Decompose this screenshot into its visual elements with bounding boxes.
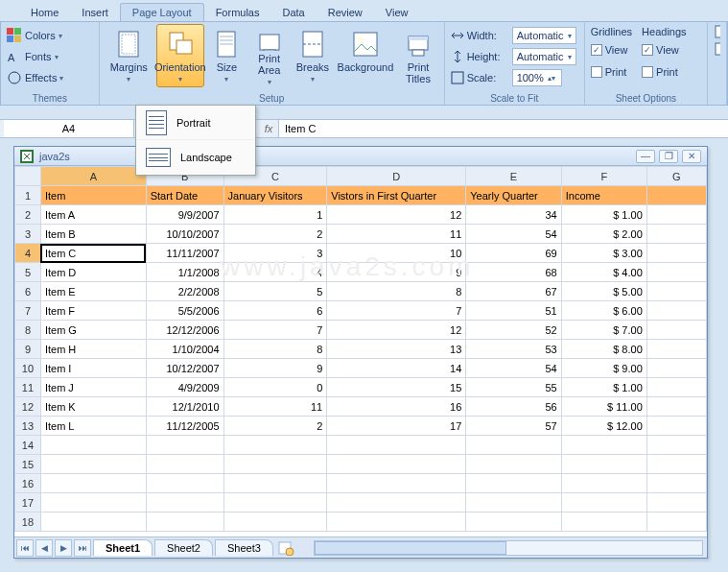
cell-16-G[interactable] [646, 474, 706, 493]
print-area-button[interactable]: Print Area▾ [249, 24, 289, 87]
cell-2-B[interactable]: 9/9/2007 [146, 205, 223, 225]
cell-1-A[interactable]: Item [40, 186, 146, 205]
cell-18-A[interactable] [40, 512, 146, 532]
sheet-nav-last[interactable]: ⏭ [74, 539, 91, 557]
cell-13-A[interactable]: Item L [40, 417, 146, 436]
size-button[interactable]: Size▾ [208, 24, 246, 87]
cell-14-A[interactable] [40, 436, 146, 455]
tab-home[interactable]: Home [19, 4, 70, 21]
cell-9-D[interactable]: 13 [327, 340, 466, 359]
cell-9-G[interactable] [646, 340, 706, 359]
cell-5-B[interactable]: 1/1/2008 [146, 263, 223, 282]
row-header-9[interactable]: 9 [15, 340, 41, 359]
cell-6-G[interactable] [646, 282, 706, 301]
horizontal-scrollbar[interactable] [314, 540, 703, 556]
cell-17-C[interactable] [223, 493, 327, 512]
cell-14-B[interactable] [146, 436, 223, 455]
fx-icon[interactable]: fx [259, 123, 278, 134]
cell-6-F[interactable]: $ 5.00 [561, 282, 646, 301]
row-header-2[interactable]: 2 [15, 205, 41, 225]
gridlines-print-check[interactable]: Print [591, 62, 632, 82]
cell-15-F[interactable] [561, 455, 646, 474]
cell-1-D[interactable]: Vistors in First Quarter [327, 186, 466, 205]
cell-11-F[interactable]: $ 1.00 [561, 378, 646, 397]
cell-10-A[interactable]: Item I [40, 359, 146, 378]
cell-10-D[interactable]: 14 [327, 359, 466, 378]
gridlines-view-check[interactable]: ✓View [591, 40, 632, 60]
cell-8-A[interactable]: Item G [40, 321, 146, 340]
row-header-7[interactable]: 7 [15, 301, 41, 321]
cell-18-G[interactable] [646, 512, 706, 532]
cell-14-G[interactable] [646, 436, 706, 455]
cell-14-D[interactable] [327, 436, 466, 455]
cell-16-C[interactable] [223, 474, 327, 493]
cell-16-F[interactable] [561, 474, 646, 493]
cell-13-F[interactable]: $ 12.00 [561, 417, 646, 436]
cell-7-F[interactable]: $ 6.00 [561, 301, 646, 321]
col-header-F[interactable]: F [561, 167, 646, 186]
cell-6-E[interactable]: 67 [466, 282, 561, 301]
cell-18-F[interactable] [561, 512, 646, 532]
cell-2-D[interactable]: 12 [327, 205, 466, 225]
col-header-G[interactable]: G [646, 167, 706, 186]
cell-2-E[interactable]: 34 [466, 205, 561, 225]
sheet-nav-first[interactable]: ⏮ [16, 539, 34, 557]
themes-colors[interactable]: Colors▾ [7, 26, 62, 45]
cell-8-E[interactable]: 52 [466, 321, 561, 340]
row-header-16[interactable]: 16 [15, 474, 41, 493]
cell-2-A[interactable]: Item A [40, 205, 146, 225]
cell-8-C[interactable]: 7 [223, 321, 327, 340]
row-header-18[interactable]: 18 [15, 512, 41, 532]
orientation-button[interactable]: Orientation▾ [156, 24, 204, 87]
cell-1-B[interactable]: Start Date [146, 186, 223, 205]
cell-10-C[interactable]: 9 [223, 359, 327, 378]
cell-10-B[interactable]: 10/12/2007 [146, 359, 223, 378]
orientation-portrait[interactable]: Portrait [136, 106, 255, 140]
cell-7-E[interactable]: 51 [466, 301, 561, 321]
cell-12-E[interactable]: 56 [466, 397, 561, 417]
cell-9-C[interactable]: 8 [223, 340, 327, 359]
orientation-landscape[interactable]: Landscape [136, 140, 255, 175]
cell-16-D[interactable] [327, 474, 466, 493]
cell-3-B[interactable]: 10/10/2007 [146, 225, 223, 244]
cell-14-F[interactable] [561, 436, 646, 455]
width-combo[interactable]: Automatic▾ [512, 27, 576, 44]
cell-9-B[interactable]: 1/10/2004 [146, 340, 223, 359]
cell-6-A[interactable]: Item E [40, 282, 146, 301]
cell-3-A[interactable]: Item B [40, 225, 146, 244]
window-close[interactable]: ✕ [682, 150, 701, 163]
row-header-6[interactable]: 6 [15, 282, 41, 301]
cell-18-E[interactable] [466, 512, 561, 532]
print-titles-button[interactable]: Print Titles [398, 24, 437, 87]
cell-9-A[interactable]: Item H [40, 340, 146, 359]
cell-4-A[interactable]: Item C [40, 244, 146, 263]
cell-16-A[interactable] [40, 474, 146, 493]
cell-10-F[interactable]: $ 9.00 [561, 359, 646, 378]
cell-11-A[interactable]: Item J [40, 378, 146, 397]
cell-4-G[interactable] [646, 244, 706, 263]
cell-8-G[interactable] [646, 321, 706, 340]
col-header-D[interactable]: D [327, 167, 466, 186]
cell-7-A[interactable]: Item F [40, 301, 146, 321]
height-combo[interactable]: Automatic▾ [512, 48, 576, 65]
cell-14-C[interactable] [223, 436, 327, 455]
row-header-3[interactable]: 3 [15, 225, 41, 244]
cell-6-C[interactable]: 5 [223, 282, 327, 301]
row-header-1[interactable]: 1 [15, 186, 41, 205]
workbook-titlebar[interactable]: java2s — ❐ ✕ [14, 147, 707, 166]
row-header-5[interactable]: 5 [15, 263, 41, 282]
cell-1-E[interactable]: Yearly Quarter [466, 186, 561, 205]
row-header-15[interactable]: 15 [15, 455, 41, 474]
tab-data[interactable]: Data [270, 4, 316, 21]
cell-4-D[interactable]: 10 [327, 244, 466, 263]
cell-13-D[interactable]: 17 [327, 417, 466, 436]
cell-5-G[interactable] [646, 263, 706, 282]
cell-17-B[interactable] [146, 493, 223, 512]
cell-12-G[interactable] [646, 397, 706, 417]
margins-button[interactable]: Margins▾ [106, 24, 153, 87]
cell-16-E[interactable] [466, 474, 561, 493]
tab-page-layout[interactable]: Page Layout [120, 3, 204, 21]
cell-13-C[interactable]: 2 [223, 417, 327, 436]
cell-12-D[interactable]: 16 [327, 397, 466, 417]
cell-18-C[interactable] [223, 512, 327, 532]
